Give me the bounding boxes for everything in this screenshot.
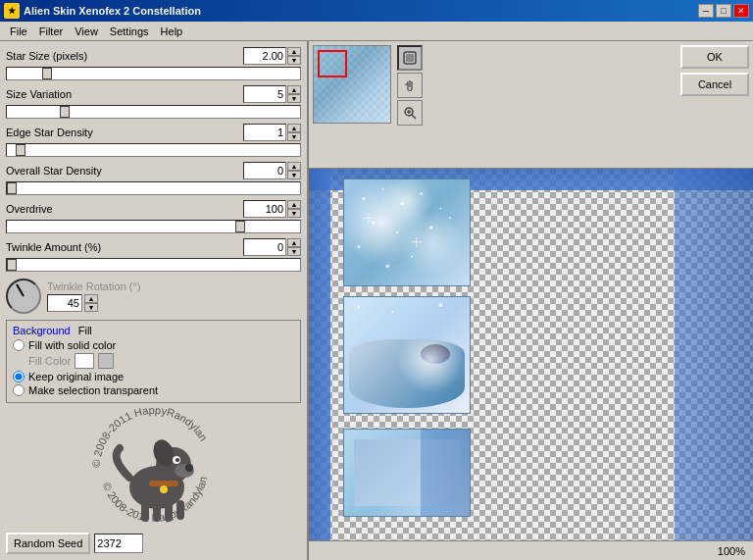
keep-original-radio[interactable] (13, 371, 25, 382)
thumbnail-box[interactable] (313, 45, 391, 124)
star-size-slider[interactable] (6, 67, 301, 80)
tool-hand[interactable] (397, 73, 423, 98)
preview-canvas[interactable] (309, 169, 753, 540)
eye-area (349, 339, 465, 408)
star-size-spin-up[interactable]: ▲ (287, 47, 301, 56)
star-size-spin-down[interactable]: ▼ (287, 56, 301, 65)
svg-line-18 (412, 115, 416, 119)
overdrive-control: Overdrive ▲ ▼ (6, 200, 301, 234)
thumbnail-selection (318, 50, 347, 77)
tool-pointer[interactable] (397, 45, 423, 71)
twinkle-amount-spin-up[interactable]: ▲ (287, 238, 301, 247)
edge-star-density-spin-up[interactable]: ▲ (287, 124, 301, 132)
keep-original-row: Keep original image (13, 371, 294, 382)
ok-button[interactable]: OK (680, 45, 749, 69)
overall-star-density-spin-up[interactable]: ▲ (287, 162, 301, 171)
overdrive-spin-up[interactable]: ▲ (287, 200, 301, 209)
cancel-button[interactable]: Cancel (680, 73, 749, 96)
blue-left-border (309, 169, 330, 540)
make-transparent-row: Make selection transparent (13, 384, 294, 396)
svg-rect-16 (406, 54, 414, 62)
menu-filter[interactable]: Filter (33, 24, 69, 39)
fill-label: Fill (78, 325, 92, 336)
svg-point-30 (357, 245, 360, 248)
svg-point-23 (400, 202, 404, 206)
random-seed-button[interactable]: Random Seed (6, 533, 90, 554)
overdrive-label: Overdrive (6, 203, 53, 215)
menu-file[interactable]: File (4, 24, 33, 39)
svg-point-37 (357, 306, 360, 309)
size-variation-thumb[interactable] (60, 106, 70, 118)
random-seed-input[interactable] (94, 534, 143, 553)
make-transparent-radio[interactable] (13, 384, 25, 396)
svg-point-25 (439, 207, 441, 209)
svg-text:© 2008-2011 HappyRandylan: © 2008-2011 HappyRandylan (90, 407, 210, 468)
size-variation-input[interactable] (243, 85, 286, 103)
menu-bar: File Filter View Settings Help (0, 22, 753, 41)
title-bar: ★ Alien Skin Xenofex 2 Constellation ─ □… (0, 0, 753, 22)
fill-color-swatch-dark[interactable] (98, 353, 114, 369)
star-size-label: Star Size (pixels) (6, 50, 87, 62)
maximize-button[interactable]: □ (716, 4, 731, 18)
edge-star-density-input[interactable] (243, 124, 286, 141)
twinkle-rotation-spin-up[interactable]: ▲ (84, 294, 98, 303)
menu-settings[interactable]: Settings (104, 24, 155, 39)
twinkle-amount-thumb[interactable] (7, 259, 17, 271)
svg-rect-9 (141, 502, 149, 522)
overdrive-spin-down[interactable]: ▼ (287, 209, 301, 218)
svg-point-38 (391, 311, 393, 313)
svg-point-14 (160, 485, 168, 493)
overall-star-density-thumb[interactable] (7, 182, 17, 194)
edge-star-density-slider[interactable] (6, 143, 301, 157)
edge-star-density-thumb[interactable] (16, 144, 25, 156)
twinkle-rotation-input[interactable] (47, 294, 82, 312)
blue-right-border (675, 169, 753, 540)
overdrive-input[interactable] (243, 200, 286, 218)
svg-point-31 (411, 256, 413, 258)
tool-zoom[interactable] (397, 100, 423, 126)
size-variation-spin-up[interactable]: ▲ (287, 85, 301, 94)
overall-star-density-spin-down[interactable]: ▼ (287, 171, 301, 179)
size-variation-spin-down[interactable]: ▼ (287, 94, 301, 103)
edge-star-density-label: Edge Star Density (6, 127, 93, 138)
overdrive-thumb[interactable] (235, 221, 245, 232)
size-variation-slider[interactable] (6, 105, 301, 119)
star-size-input[interactable]: 2.00 (243, 47, 286, 65)
svg-point-29 (449, 217, 451, 219)
minimize-button[interactable]: ─ (698, 4, 714, 18)
twinkle-rotation-label: Twinkle Rotation (°) (47, 280, 141, 292)
menu-help[interactable]: Help (155, 24, 189, 39)
title-bar-text: Alien Skin Xenofex 2 Constellation (24, 5, 698, 17)
fill-color-label: Fill Color (28, 355, 71, 367)
twinkle-amount-input[interactable] (243, 238, 286, 256)
fill-color-swatch[interactable] (75, 353, 94, 369)
overdrive-slider[interactable] (6, 220, 301, 233)
overall-star-density-slider[interactable] (6, 181, 301, 195)
svg-point-39 (438, 303, 442, 307)
twinkle-amount-slider[interactable] (6, 258, 301, 272)
random-seed-row: Random Seed (6, 533, 301, 554)
background-label: Background (13, 325, 71, 336)
twinkle-rotation-dial[interactable] (6, 279, 41, 314)
right-panel: OK Cancel (309, 41, 753, 560)
svg-point-24 (420, 192, 423, 195)
edge-star-density-spin-down[interactable]: ▼ (287, 132, 301, 141)
star-size-control: Star Size (pixels) 2.00 ▲ ▼ (6, 47, 301, 81)
svg-point-8 (176, 458, 179, 462)
fill-solid-radio[interactable] (13, 339, 25, 351)
background-fill-section: Background Fill Fill with solid color Fi… (6, 320, 301, 403)
svg-rect-12 (176, 500, 184, 520)
overall-star-density-input[interactable] (243, 162, 286, 179)
preview-tools (397, 45, 423, 126)
title-bar-buttons: ─ □ ✕ (698, 4, 749, 18)
fill-solid-label: Fill with solid color (28, 339, 116, 351)
eye-highlight (349, 339, 465, 408)
star-size-thumb[interactable] (42, 68, 52, 79)
dial-needle (16, 283, 25, 296)
menu-view[interactable]: View (69, 24, 104, 39)
twinkle-rotation-spin-down[interactable]: ▼ (84, 303, 98, 312)
twinkle-amount-spin-down[interactable]: ▼ (287, 247, 301, 256)
svg-point-28 (429, 226, 433, 229)
close-button[interactable]: ✕ (733, 4, 749, 18)
fill-color-row: Fill Color (13, 353, 294, 369)
